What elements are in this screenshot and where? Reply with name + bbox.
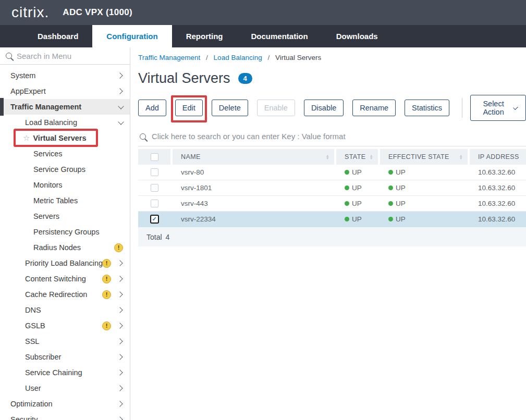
column-header-effective-state[interactable]: EFFECTIVE STATE ▲ ▼	[380, 149, 468, 165]
toolbar-button-wrap: Disable	[304, 100, 344, 116]
selected-indicator	[0, 98, 4, 116]
sidebar-item-label: Service Groups	[33, 165, 85, 174]
sidebar-item-icons	[119, 121, 123, 124]
table-search	[138, 129, 526, 146]
table-footer: Total 4	[138, 227, 526, 246]
toolbar: Add Edit Delete Enable Disable Rename St…	[138, 95, 526, 121]
column-header-label: NAME	[181, 153, 201, 160]
table-row-vsrv-22334[interactable]: ✓ vsrv-22334 UP UP 10.63.32.60	[138, 212, 526, 227]
select-all-header[interactable]	[138, 149, 170, 165]
breadcrumb-separator: /	[206, 54, 208, 61]
sidebar-item-virtual-servers[interactable]: ☆ Virtual Servers	[0, 130, 130, 146]
chevron-right-icon	[117, 354, 123, 360]
status-text: UP	[396, 215, 406, 223]
sidebar-item-services[interactable]: Services	[0, 146, 130, 162]
star-icon[interactable]: ☆	[23, 133, 30, 143]
row-checkbox[interactable]: ✓	[150, 215, 159, 224]
sidebar-item-service-chaining[interactable]: Service Chaining	[0, 365, 130, 380]
chevron-down-icon	[513, 105, 518, 110]
sort-icon[interactable]: ▲ ▼	[459, 154, 463, 159]
sidebar-item-servers[interactable]: Servers	[0, 208, 130, 224]
sidebar-item-gslb[interactable]: GSLB !	[0, 318, 130, 333]
sidebar-search-input[interactable]	[17, 52, 116, 60]
tab-dashboard[interactable]: Dashboard	[23, 25, 92, 47]
primary-nav: Dashboard Configuration Reporting Docume…	[0, 25, 526, 47]
table-row-vsrv-80[interactable]: vsrv-80 UP UP 10.63.32.60	[138, 165, 526, 180]
edit-button[interactable]: Edit	[175, 100, 203, 116]
sidebar-item-content-switching[interactable]: Content Switching !	[0, 271, 130, 287]
sidebar-item-appexpert[interactable]: AppExpert	[0, 83, 130, 99]
sidebar-item-traffic-management[interactable]: Traffic Management	[0, 99, 130, 115]
sidebar-item-persistency-groups[interactable]: Persistency Groups	[0, 224, 130, 240]
sidebar-item-label: GSLB	[25, 322, 45, 330]
breadcrumb-link-load-balancing[interactable]: Load Balancing	[214, 54, 262, 61]
sidebar-item-radius-nodes[interactable]: Radius Nodes !	[0, 240, 130, 255]
table-row-vsrv-1801[interactable]: vsrv-1801 UP UP 10.63.32.60	[138, 180, 526, 196]
sidebar-item-monitors[interactable]: Monitors	[0, 177, 130, 193]
sidebar-item-dns[interactable]: DNS	[0, 302, 130, 318]
row-checkbox[interactable]	[151, 168, 158, 176]
sidebar-item-priority-load-balancing[interactable]: Priority Load Balancing !	[0, 255, 130, 271]
column-header-ip-address[interactable]: IP ADDRESS	[470, 149, 526, 165]
sidebar-item-system[interactable]: System	[0, 68, 130, 83]
chevron-down-icon	[118, 119, 124, 125]
status-text: UP	[352, 200, 362, 207]
sidebar-item-subscriber[interactable]: Subscriber	[0, 349, 130, 365]
sidebar-item-icons	[118, 73, 123, 78]
chevron-right-icon	[117, 72, 123, 78]
sidebar-item-metric-tables[interactable]: Metric Tables	[0, 193, 130, 208]
select-action-dropdown[interactable]: Select Action	[470, 95, 526, 121]
table-search-input[interactable]	[152, 132, 475, 141]
cell-ip-address: 10.63.32.60	[470, 215, 526, 223]
chevron-down-icon	[118, 103, 124, 109]
warning-icon: !	[102, 290, 111, 299]
tab-documentation[interactable]: Documentation	[237, 25, 322, 47]
nav-tab-label: Dashboard	[38, 32, 78, 41]
row-checkbox[interactable]	[151, 200, 158, 207]
sidebar-item-icons	[119, 106, 123, 108]
sidebar-item-service-groups[interactable]: Service Groups	[0, 162, 130, 177]
disable-button[interactable]: Disable	[304, 100, 344, 116]
sidebar-item-label: Virtual Servers	[33, 134, 86, 142]
tab-configuration[interactable]: Configuration	[92, 25, 172, 47]
column-header-state[interactable]: STATE ▲ ▼	[336, 149, 378, 165]
toolbar-button-wrap: Statistics	[405, 100, 449, 116]
sidebar-item-label: Load Balancing	[25, 118, 77, 127]
total-label: Total	[146, 233, 162, 241]
status-dot	[345, 201, 349, 206]
sidebar-item-label: Optimization	[10, 400, 53, 408]
rename-button[interactable]: Rename	[352, 100, 396, 116]
sidebar-item-icons	[118, 355, 123, 359]
column-header-name[interactable]: NAME ▲ ▼	[173, 149, 334, 165]
sidebar-item-user[interactable]: User	[0, 380, 130, 396]
table-row-vsrv-443[interactable]: vsrv-443 UP UP 10.63.32.60	[138, 196, 526, 212]
add-button[interactable]: Add	[138, 100, 166, 116]
breadcrumb-link-traffic-management[interactable]: Traffic Management	[138, 54, 200, 61]
sidebar-item-optimization[interactable]: Optimization	[0, 396, 130, 412]
row-checkbox[interactable]	[151, 184, 158, 192]
tab-reporting[interactable]: Reporting	[172, 25, 237, 47]
cell-effective-state: UP	[380, 215, 468, 223]
delete-button[interactable]: Delete	[212, 100, 248, 116]
cell-state: UP	[336, 184, 378, 192]
sort-icon[interactable]: ▲ ▼	[326, 154, 329, 159]
sidebar-item-load-balancing[interactable]: Load Balancing	[0, 115, 130, 130]
sidebar-item-cache-redirection[interactable]: Cache Redirection !	[0, 287, 130, 302]
select-all-checkbox[interactable]	[151, 153, 158, 161]
status-text: UP	[396, 200, 406, 207]
statistics-button[interactable]: Statistics	[405, 100, 449, 116]
citrix-logo: citrix.	[11, 5, 49, 20]
content-shell: System AppExpert Traffic Management Load…	[0, 47, 526, 420]
chevron-right-icon	[117, 260, 123, 266]
sidebar-item-label: Subscriber	[25, 353, 61, 361]
tab-downloads[interactable]: Downloads	[322, 25, 392, 47]
sidebar-item-security[interactable]: Security	[0, 412, 130, 420]
sort-icon[interactable]: ▲ ▼	[370, 154, 373, 159]
chevron-right-icon	[117, 307, 123, 313]
sidebar-search	[0, 47, 130, 65]
sidebar-item-label: Persistency Groups	[33, 228, 100, 236]
sidebar-item-ssl[interactable]: SSL	[0, 333, 130, 349]
chevron-right-icon	[117, 323, 123, 328]
toolbar-button-wrap: Enable	[257, 100, 295, 116]
sidebar-item-label: AppExpert	[10, 87, 46, 95]
